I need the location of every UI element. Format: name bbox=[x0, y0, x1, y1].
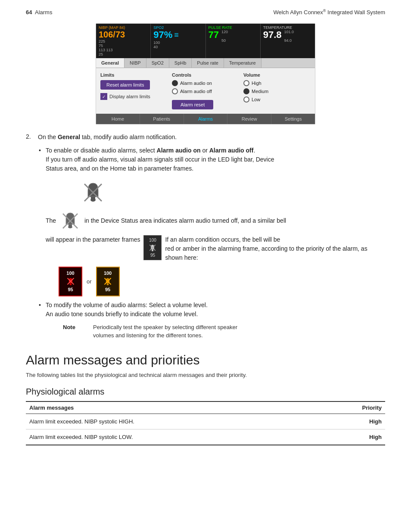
page-number: 64 Alarms bbox=[26, 9, 52, 16]
amber-alarm-frame: 100 95 bbox=[96, 267, 120, 296]
tab-sphb[interactable]: SpHb bbox=[169, 58, 192, 68]
bullet-audio-alarms: To enable or disable audio alarms, selec… bbox=[39, 146, 385, 296]
col-priority: Priority bbox=[316, 401, 385, 414]
table-row: Alarm limit exceeded. NIBP systolic HIGH… bbox=[26, 414, 385, 429]
bell-illustration bbox=[80, 180, 385, 208]
controls-section: Controls Alarm audio on Alarm audio off … bbox=[172, 72, 239, 109]
device-screenshot: NIBP (MAP 84) 106/73 22575113 11325 SpO2… bbox=[96, 23, 315, 124]
tab-nibp[interactable]: NIBP bbox=[125, 58, 146, 68]
table-header-row: Alarm messages Priority bbox=[26, 401, 385, 414]
bell-crossed-icon-large bbox=[80, 180, 106, 205]
pulse-vital: PULSE RATE 77 12050 bbox=[206, 24, 261, 58]
volume-high-option[interactable]: High bbox=[243, 80, 311, 86]
vitals-bar: NIBP (MAP 84) 106/73 22575113 11325 SpO2… bbox=[96, 24, 315, 58]
volume-section: Volume High Medium Low bbox=[243, 72, 311, 109]
reset-alarm-limits-button[interactable]: Reset alarm limits bbox=[100, 80, 150, 90]
alarm-body: Limits Reset alarm limits ✓ Display alar… bbox=[96, 68, 315, 114]
spo2-vital: SpO2 97% ≡ 10040 bbox=[151, 24, 206, 58]
tab-spo2[interactable]: SpO2 bbox=[146, 58, 169, 68]
col-alarm-messages: Alarm messages bbox=[26, 401, 316, 414]
bell-crossed-amber-icon bbox=[103, 277, 112, 286]
alarm-reset-button[interactable]: Alarm reset bbox=[172, 100, 213, 109]
volume-low-option[interactable]: Low bbox=[243, 96, 311, 103]
step-2: 2. On the General tab, modify audio alar… bbox=[26, 133, 385, 142]
priority-2: High bbox=[316, 429, 385, 445]
bell-crossed-red-icon bbox=[66, 277, 75, 286]
radio-on-icon bbox=[172, 80, 178, 86]
page-header: 64 Alarms Welch Allyn Connex® Integrated… bbox=[26, 9, 385, 16]
priority-1: High bbox=[316, 414, 385, 429]
alarm-message-1: Alarm limit exceeded. NIBP systolic HIGH… bbox=[26, 414, 316, 429]
alarm-condition-frames: 100 95 or 100 bbox=[59, 267, 385, 296]
nav-alarms[interactable]: Alarms bbox=[184, 114, 228, 124]
bell-crossed-icon-inline bbox=[59, 210, 81, 232]
svg-point-9 bbox=[152, 250, 154, 251]
tab-temperature[interactable]: Temperature bbox=[224, 58, 262, 68]
alarm-panel: General NIBP SpO2 SpHb Pulse rate Temper… bbox=[96, 58, 315, 114]
volume-medium-option[interactable]: Medium bbox=[243, 88, 311, 94]
svg-point-13 bbox=[69, 284, 72, 285]
radio-high-icon bbox=[243, 80, 249, 86]
bullet-list: To enable or disable audio alarms, selec… bbox=[39, 146, 385, 340]
svg-point-1 bbox=[90, 198, 96, 202]
section-description: The following tables list the physiologi… bbox=[26, 372, 385, 378]
tab-general[interactable]: General bbox=[96, 58, 125, 68]
svg-point-17 bbox=[107, 284, 109, 285]
bottom-nav: Home Patients Alarms Review Settings bbox=[96, 114, 315, 124]
document-title: Welch Allyn Connex® Integrated Wall Syst… bbox=[273, 9, 385, 16]
alarm-tabs: General NIBP SpO2 SpHb Pulse rate Temper… bbox=[96, 58, 315, 68]
table-row: Alarm limit exceeded. NIBP systolic LOW.… bbox=[26, 429, 385, 445]
radio-off-icon bbox=[172, 88, 178, 94]
display-alarm-limits-row: ✓ Display alarm limits bbox=[100, 93, 168, 100]
temp-vital: TEMPERATURE 97.8 101.094.0 bbox=[261, 24, 315, 58]
bell-crossed-small-icon bbox=[149, 244, 156, 252]
tab-pulse-rate[interactable]: Pulse rate bbox=[192, 58, 224, 68]
limits-section: Limits Reset alarm limits ✓ Display alar… bbox=[100, 72, 168, 109]
alarm-messages-heading: Alarm messages and priorities bbox=[26, 353, 385, 367]
alarm-audio-on-option[interactable]: Alarm audio on bbox=[172, 80, 239, 86]
alarm-message-2: Alarm limit exceeded. NIBP systolic LOW. bbox=[26, 429, 316, 445]
checkmark-icon: ✓ bbox=[100, 93, 107, 100]
nibp-vital: NIBP (MAP 84) 106/73 22575113 11325 bbox=[96, 24, 151, 58]
note-box: Note Periodically test the speaker by se… bbox=[63, 323, 385, 340]
physiological-alarms-heading: Physiological alarms bbox=[26, 387, 385, 397]
param-frame-example: 100 95 bbox=[143, 235, 162, 260]
alarm-audio-off-option[interactable]: Alarm audio off bbox=[172, 88, 239, 94]
red-alarm-frame: 100 95 bbox=[59, 267, 82, 296]
nav-patients[interactable]: Patients bbox=[140, 114, 184, 124]
bullet-volume: To modify the volume of audio alarms: Se… bbox=[39, 301, 385, 340]
nav-review[interactable]: Review bbox=[227, 114, 271, 124]
nav-home[interactable]: Home bbox=[96, 114, 140, 124]
alarm-table: Alarm messages Priority Alarm limit exce… bbox=[26, 401, 385, 445]
content-area: 2. On the General tab, modify audio alar… bbox=[26, 133, 385, 454]
radio-medium-icon bbox=[243, 88, 249, 94]
nav-settings[interactable]: Settings bbox=[271, 114, 315, 124]
radio-low-icon bbox=[243, 96, 249, 103]
svg-point-5 bbox=[68, 226, 72, 228]
